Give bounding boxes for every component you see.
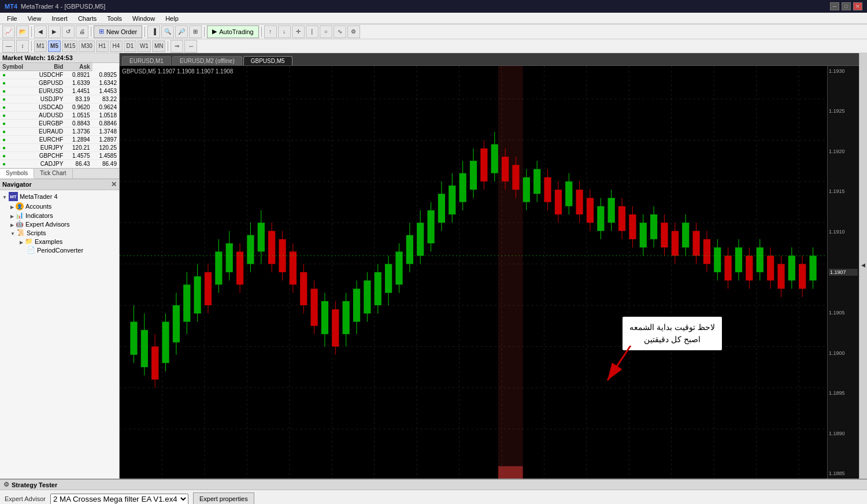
chart-bar-button[interactable]: ▐ (147, 25, 160, 38)
expand-icon (10, 212, 14, 219)
grid-button[interactable]: ⊞ (189, 25, 202, 38)
symbol-ask: 1.4453 (92, 87, 119, 95)
nav-item-examples[interactable]: 📁 Examples (1, 237, 118, 246)
market-watch-row[interactable]: ● EURJPY 120.21 120.25 (0, 144, 119, 152)
expert-properties-button[interactable]: Expert properties (193, 492, 254, 504)
menu-tools[interactable]: Tools (102, 14, 127, 23)
folder-icon: 📁 (25, 238, 33, 245)
market-watch-row[interactable]: ● GBPUSD 1.6339 1.6342 (0, 79, 119, 87)
svg-rect-149 (757, 247, 764, 272)
svg-rect-95 (470, 161, 477, 190)
nav-item-accounts[interactable]: 👤 Accounts (1, 202, 118, 211)
indicator-button[interactable]: ∿ (334, 25, 346, 38)
symbol-ask: 120.25 (92, 144, 119, 152)
menu-file[interactable]: File (2, 14, 22, 23)
forward-button[interactable]: ▶ (48, 25, 61, 38)
refresh-button[interactable]: ↺ (62, 25, 75, 38)
svg-rect-53 (247, 235, 254, 264)
price-8: 1.1900 (829, 350, 858, 356)
market-watch-row[interactable]: ● EURUSD 1.4451 1.4453 (0, 87, 119, 95)
crosshair-button[interactable]: ✛ (292, 25, 305, 38)
ask-col-header: Ask (65, 63, 92, 71)
market-watch-row[interactable]: ● USDJPY 83.19 83.22 (0, 95, 119, 103)
minimize-button[interactable]: ─ (830, 2, 839, 10)
tf-d1[interactable]: D1 (124, 40, 136, 52)
symbol-ask: 1.3748 (92, 128, 119, 136)
maximize-button[interactable]: □ (842, 2, 851, 10)
close-button[interactable]: ✕ (853, 2, 862, 10)
ea-select[interactable]: 2 MA Crosses Mega filter EA V1.ex4 (50, 494, 188, 505)
cursor-tool[interactable]: ↕ (16, 40, 29, 53)
vtab-right[interactable]: ▶ (860, 260, 867, 272)
tf-w1[interactable]: W1 (138, 40, 151, 52)
zoom-out-button[interactable]: 🔎 (175, 25, 188, 38)
market-watch-tabs: Symbols Tick Chart (0, 168, 119, 179)
nav-item-metatrader4[interactable]: MT MetaTrader 4 (1, 191, 118, 202)
svg-rect-41 (183, 284, 190, 321)
symbol-name: CADJPY (31, 160, 65, 168)
nav-item-indicators[interactable]: 📊 Indicators (1, 211, 118, 220)
market-watch-row[interactable]: ● EURAUD 1.3736 1.3748 (0, 128, 119, 136)
level-down-button[interactable]: ↓ (278, 25, 291, 38)
annotation-line2: اصبح كل دقيقتين (629, 333, 715, 346)
svg-rect-135 (682, 223, 689, 247)
chart-tab-eurusd-m1[interactable]: EURUSD,M1 (122, 56, 171, 65)
svg-rect-113 (565, 181, 572, 206)
navigator: Navigator ✕ MT MetaTrader 4 👤 Accounts (0, 179, 119, 479)
print-button[interactable]: 🖨 (76, 25, 88, 38)
separator3 (144, 27, 145, 37)
market-watch-row[interactable]: ● EURGBP 0.8843 0.8846 (0, 120, 119, 128)
tf-h4[interactable]: H4 (110, 40, 123, 52)
nav-item-expert-advisors[interactable]: 🤖 Expert Advisors (1, 220, 118, 228)
price-11: 1.1885 (829, 470, 858, 476)
menu-help[interactable]: Help (161, 14, 183, 23)
menu-view[interactable]: View (23, 14, 46, 23)
market-watch-row[interactable]: ● CADJPY 86.43 86.49 (0, 160, 119, 168)
chart-tab-gbpusd-m5[interactable]: GBPUSD,M5 (243, 56, 292, 65)
svg-rect-151 (767, 255, 774, 280)
svg-rect-61 (290, 251, 297, 284)
market-watch-row[interactable]: ● USDCHF 0.8921 0.8925 (0, 71, 119, 79)
light-button[interactable]: ○ (320, 25, 332, 38)
zoom-in-button[interactable]: 🔍 (161, 25, 174, 38)
new-order-button[interactable]: ⊞ New Order (94, 25, 142, 38)
market-watch-row[interactable]: ● AUDUSD 1.0515 1.0518 (0, 112, 119, 120)
tf-m5[interactable]: M5 (48, 40, 61, 52)
chart-canvas[interactable]: GBPUSD,M5 1.1907 1.1908 1.1907 1.1908 لا… (120, 66, 827, 479)
tab-symbols[interactable]: Symbols (0, 169, 34, 179)
chart-tab-eurusd-m2[interactable]: EURUSD,M2 (offline) (172, 56, 242, 65)
svg-line-1 (607, 346, 631, 380)
open-button[interactable]: 📂 (16, 25, 29, 38)
autoscroll[interactable]: ↔ (184, 40, 197, 53)
level-up-button[interactable]: ↑ (264, 25, 277, 38)
menu-window[interactable]: Window (128, 14, 160, 23)
market-watch-row[interactable]: ● EURCHF 1.2894 1.2897 (0, 136, 119, 144)
svg-rect-131 (661, 223, 668, 247)
nav-item-period-converter[interactable]: 📄 PeriodConverter (1, 246, 118, 254)
menu-charts[interactable]: Charts (73, 14, 101, 23)
tab-tick-chart[interactable]: Tick Chart (34, 169, 72, 179)
symbol-name: USDCHF (31, 71, 65, 79)
menu-insert[interactable]: Insert (47, 14, 72, 23)
nav-item-scripts[interactable]: 📜 Scripts (1, 228, 118, 237)
tf-m15[interactable]: M15 (62, 40, 77, 52)
navigator-close-button[interactable]: ✕ (111, 180, 117, 188)
tf-mn[interactable]: MN (152, 40, 166, 52)
svg-rect-105 (523, 177, 530, 202)
market-watch-row[interactable]: ● GBPCHF 1.4575 1.4585 (0, 152, 119, 160)
tester-button[interactable]: ⚙ (347, 25, 360, 38)
auto-trading-button[interactable]: ▶ AutoTrading (207, 25, 259, 38)
symbol-dot: ● (0, 112, 31, 120)
market-watch-row[interactable]: ● USDCAD 0.9620 0.9624 (0, 103, 119, 112)
chart-shift[interactable]: ⇒ (171, 40, 183, 53)
chart-svg (120, 66, 827, 479)
line-tool[interactable]: — (2, 40, 15, 53)
tf-m30[interactable]: M30 (79, 40, 94, 52)
tf-h1[interactable]: H1 (96, 40, 109, 52)
period-sep-button[interactable]: | (306, 25, 318, 38)
new-chart-button[interactable]: 📈 (2, 25, 15, 38)
tf-m1[interactable]: M1 (34, 40, 47, 52)
back-button[interactable]: ◀ (34, 25, 47, 38)
svg-rect-109 (544, 177, 551, 202)
symbol-ask: 83.22 (92, 95, 119, 103)
